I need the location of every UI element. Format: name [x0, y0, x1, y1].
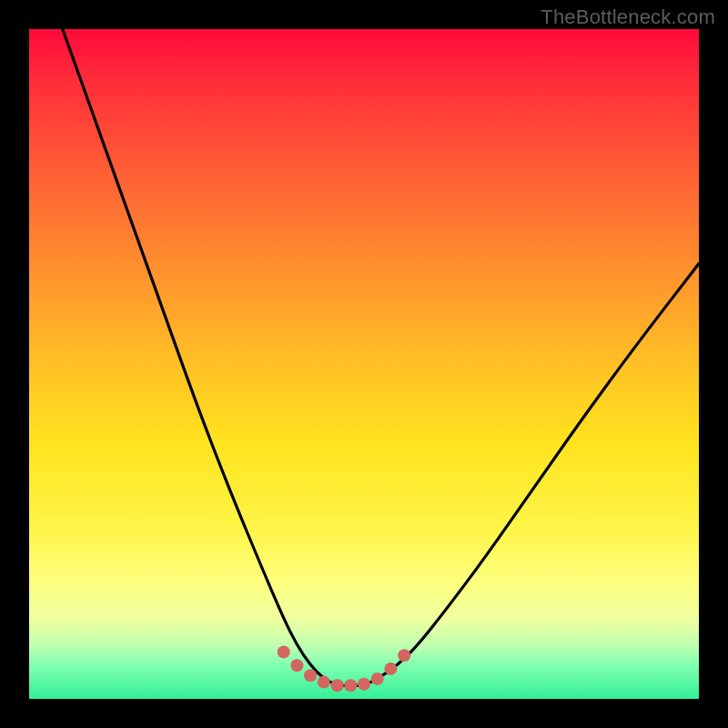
bottleneck-marker: [278, 646, 290, 659]
bottleneck-marker: [331, 679, 344, 692]
bottleneck-marker: [358, 678, 370, 691]
bottleneck-marker: [344, 679, 357, 692]
chart-frame: TheBottleneck.com: [0, 0, 728, 728]
bottleneck-curve: [63, 29, 699, 685]
watermark-text: TheBottleneck.com: [541, 5, 715, 29]
bottleneck-marker: [384, 662, 397, 675]
bottleneck-curve-svg: [29, 29, 699, 699]
bottleneck-marker: [304, 669, 317, 682]
bottleneck-marker: [398, 649, 410, 662]
plot-area: [29, 29, 699, 699]
bottleneck-marker: [290, 659, 303, 672]
bottleneck-marker: [371, 672, 384, 685]
bottleneck-marker: [318, 676, 330, 689]
